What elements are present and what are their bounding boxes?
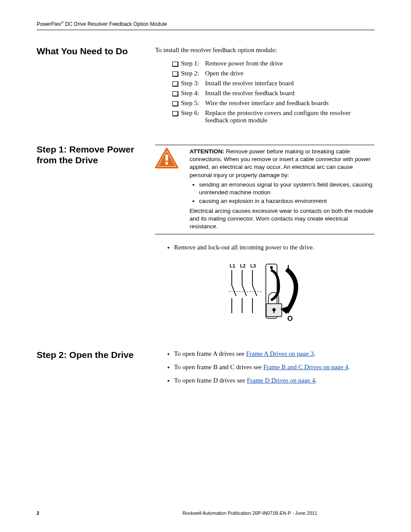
intro-text: To install the resolver feedback option …	[155, 47, 374, 54]
page-number: 2	[37, 510, 39, 516]
action-bullet: Remove and lock-out all incoming power t…	[174, 244, 374, 251]
heading-step-1: Step 1: Remove Power from the Drive	[37, 144, 151, 165]
svg-line-12	[252, 285, 257, 296]
checkbox-icon	[172, 62, 178, 67]
step-label: Step 1:	[181, 60, 205, 67]
attention-trail: Electrical arcing causes excessive wear …	[190, 207, 374, 231]
svg-point-15	[270, 267, 272, 269]
checkbox-icon	[172, 101, 178, 106]
bullet-post: .	[348, 364, 350, 370]
section-what-you-need-to-do: What You Need to Do To install the resol…	[37, 46, 374, 127]
attention-bullet: sending an erroneous signal to your syst…	[199, 181, 374, 196]
step-text: Install the resolver feedback board	[205, 90, 374, 97]
step-item: Step 3: Install the resolver interface b…	[172, 80, 374, 87]
header-suffix: DC Drive Resolver Feedback Option Module	[64, 21, 167, 27]
step-item: Step 1: Remove power from the drive	[172, 60, 374, 67]
attention-icon	[155, 148, 178, 168]
checkbox-icon	[172, 91, 178, 96]
action-list: Remove and lock-out all incoming power t…	[155, 244, 374, 251]
list-item: To open frame A drives see Frame A Drive…	[174, 350, 374, 358]
bullet-post: .	[314, 350, 315, 357]
publication-info: Rockwell Automation Publication 20P-IN07…	[125, 510, 374, 516]
attention-bullet: causing an explosion in a hazardous envi…	[199, 197, 374, 205]
svg-line-10	[232, 285, 236, 296]
open-drive-list: To open frame A drives see Frame A Drive…	[155, 350, 374, 384]
svg-rect-2	[165, 155, 168, 161]
attention-lead: ATTENTION: Remove power before making or…	[190, 148, 374, 179]
step-label: Step 6:	[181, 109, 205, 117]
step-label: Step 5:	[181, 100, 205, 107]
bullet-pre: To open frame D drives see	[174, 377, 247, 384]
bullet-post: .	[315, 377, 317, 384]
figure-label-l3: L3	[250, 263, 256, 268]
checkbox-icon	[172, 81, 178, 87]
step-text: Remove power from the drive	[205, 60, 374, 67]
attention-box: ATTENTION: Remove power before making or…	[155, 145, 374, 234]
section-step-2: Step 2: Open the Drive To open frame A d…	[37, 349, 374, 395]
step-text: Wire the resolver interface and feedback…	[205, 100, 374, 107]
step-label: Step 4:	[181, 90, 205, 97]
checkbox-icon	[172, 111, 178, 116]
figure-label-l2: L2	[240, 263, 246, 268]
attention-label: ATTENTION:	[190, 148, 224, 155]
heading-what-you-need-to-do: What You Need to Do	[37, 46, 151, 56]
svg-line-11	[242, 285, 246, 296]
step-item: Step 5: Wire the resolver interface and …	[172, 100, 374, 107]
list-item: To open frame B and C drives see Frame B…	[174, 364, 374, 371]
figure-label-l1: L1	[230, 263, 235, 268]
step-label: Step 2:	[181, 70, 205, 77]
figure-label-o: O	[287, 315, 293, 322]
running-header: PowerFlex® DC Drive Resolver Feedback Op…	[37, 21, 374, 30]
step-label: Step 3:	[181, 80, 205, 87]
list-item: To open frame D drives see Frame D Drive…	[174, 377, 374, 384]
step-item: Step 2: Open the drive	[172, 70, 374, 77]
checkbox-icon	[172, 72, 178, 77]
step-item: Step 6: Replace the protective covers an…	[172, 109, 374, 124]
bullet-pre: To open frame A drives see	[174, 350, 246, 357]
step-item: Step 4: Install the resolver feedback bo…	[172, 90, 374, 97]
link-frame-bc[interactable]: Frame B and C Drives on page 4	[263, 364, 348, 370]
bullet-pre: To open frame B and C drives see	[174, 364, 263, 370]
step-list: Step 1: Remove power from the drive Step…	[155, 60, 374, 124]
header-prefix: PowerFlex	[37, 21, 61, 27]
link-frame-d[interactable]: Frame D Drives on page 4	[247, 377, 315, 384]
attention-bullets: sending an erroneous signal to your syst…	[190, 181, 374, 205]
step-text: Replace the protective covers and config…	[205, 109, 374, 124]
step-text: Open the drive	[205, 70, 374, 77]
heading-step-2: Step 2: Open the Drive	[37, 349, 151, 360]
figure-label-i: I	[287, 264, 289, 271]
link-frame-a[interactable]: Frame A Drives on page 3	[246, 350, 314, 357]
svg-rect-3	[165, 162, 168, 165]
step-text: Install the resolver interface board	[205, 80, 374, 87]
section-step-1: Step 1: Remove Power from the Drive ATTE…	[37, 144, 374, 332]
lockout-figure: L1 L2 L3	[164, 261, 374, 332]
page-footer: 2 Rockwell Automation Publication 20P-IN…	[37, 510, 374, 516]
